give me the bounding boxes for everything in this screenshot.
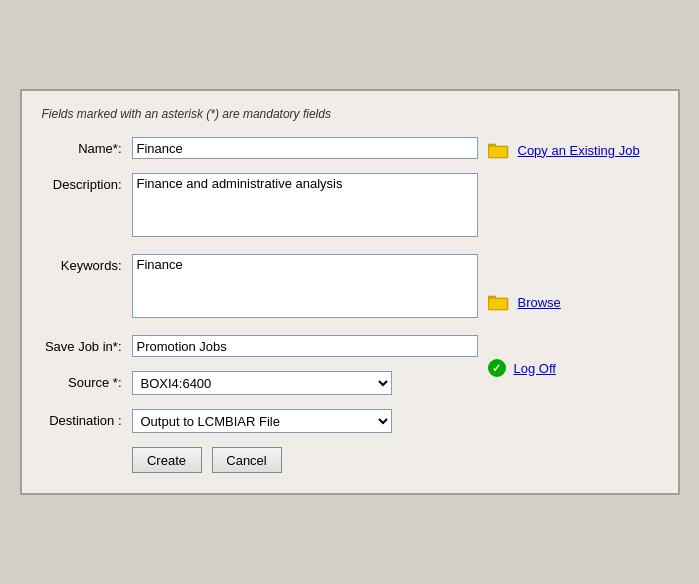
save-job-in-row: Save Job in*:: [42, 335, 478, 357]
description-control: Finance and administrative analysis: [132, 173, 478, 240]
destination-control: Output to LCMBIAR File: [132, 409, 478, 433]
copy-existing-job-label[interactable]: Copy an Existing Job: [518, 143, 640, 158]
form-left: Name*: Description: Finance and administ…: [42, 137, 478, 473]
name-control: [132, 137, 478, 159]
folder-icon: [488, 141, 510, 159]
source-row: Source *: BOXI4:6400: [42, 371, 478, 395]
main-dialog: Fields marked with an asterisk (*) are m…: [20, 89, 680, 495]
log-off-action[interactable]: ✓ Log Off: [488, 359, 658, 377]
create-button[interactable]: Create: [132, 447, 202, 473]
log-off-label[interactable]: Log Off: [514, 361, 556, 376]
source-select[interactable]: BOXI4:6400: [132, 371, 392, 395]
save-job-in-input[interactable]: [132, 335, 478, 357]
browse-label[interactable]: Browse: [518, 295, 561, 310]
browse-folder-icon: [488, 293, 510, 311]
keywords-textarea[interactable]: Finance: [132, 254, 478, 318]
description-row: Description: Finance and administrative …: [42, 173, 478, 240]
mandatory-note: Fields marked with an asterisk (*) are m…: [42, 107, 658, 121]
cancel-button[interactable]: Cancel: [212, 447, 282, 473]
svg-rect-5: [489, 299, 507, 309]
name-label: Name*:: [42, 137, 132, 156]
source-control: BOXI4:6400: [132, 371, 478, 395]
keywords-label: Keywords:: [42, 254, 132, 273]
description-label: Description:: [42, 173, 132, 192]
save-job-in-label: Save Job in*:: [42, 335, 132, 354]
description-textarea[interactable]: Finance and administrative analysis: [132, 173, 478, 237]
keywords-row: Keywords: Finance: [42, 254, 478, 321]
source-label: Source *:: [42, 371, 132, 390]
destination-label: Destination :: [42, 409, 132, 428]
buttons-row: Create Cancel: [42, 447, 478, 473]
save-job-in-control: [132, 335, 478, 357]
destination-select[interactable]: Output to LCMBIAR File: [132, 409, 392, 433]
svg-rect-2: [489, 147, 507, 157]
name-row: Name*:: [42, 137, 478, 159]
browse-action[interactable]: Browse: [488, 293, 658, 311]
keywords-control: Finance: [132, 254, 478, 321]
form-right: Copy an Existing Job Browse ✓ Log Off: [478, 137, 658, 473]
copy-existing-job-action[interactable]: Copy an Existing Job: [488, 141, 658, 159]
destination-row: Destination : Output to LCMBIAR File: [42, 409, 478, 433]
green-check-icon: ✓: [488, 359, 506, 377]
name-input[interactable]: [132, 137, 478, 159]
